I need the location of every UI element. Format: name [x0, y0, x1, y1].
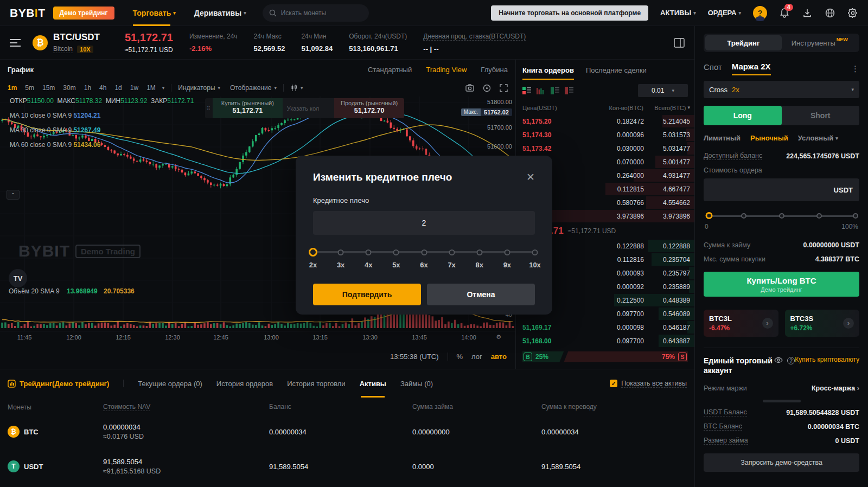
view-both-icon[interactable]	[522, 87, 531, 94]
timeframe-5m[interactable]: 5m	[25, 84, 34, 92]
nav-derivatives[interactable]: Деривативы▾	[194, 0, 246, 26]
mode-standard[interactable]: Стандартный	[368, 66, 412, 74]
ask-row[interactable]: 51,173.420.0300005.031477	[516, 142, 694, 155]
time-axis[interactable]: ⚙ 11:4512:0012:1512:3012:4513:0013:1513:…	[0, 331, 515, 344]
leverage-stop-9x[interactable]	[504, 249, 510, 255]
leverage-input[interactable]	[313, 211, 535, 235]
view-asks-icon[interactable]	[565, 87, 573, 94]
tab-recent-trades[interactable]: Последние сделки	[586, 66, 647, 80]
tab-trading[interactable]: Трейдинг	[705, 35, 782, 50]
tab-margin[interactable]: Маржа 2X	[732, 62, 771, 75]
scale-log[interactable]: лог	[471, 353, 482, 361]
mode-tradingview[interactable]: Trading View	[426, 66, 467, 74]
timeframe-1m[interactable]: 1m	[8, 84, 17, 92]
pairs-menu-icon[interactable]	[10, 39, 21, 47]
eye-icon[interactable]	[774, 357, 783, 363]
timeframe-30m[interactable]: 30m	[63, 84, 75, 92]
precision-dropdown[interactable]: 0.01▾	[638, 84, 688, 97]
timeframe-4h[interactable]: 4h	[99, 84, 106, 92]
scale-auto[interactable]: авто	[491, 353, 507, 361]
tab-orderbook[interactable]: Книга ордеров	[522, 66, 574, 80]
timeframe-1h[interactable]: 1h	[84, 84, 91, 92]
quick-buy-button[interactable]: Купить (рыночный)51,172.71	[213, 98, 283, 118]
token-card-BTC3L[interactable]: BTC3L-6.47% ›	[704, 310, 778, 337]
close-icon[interactable]: ✕	[526, 171, 535, 183]
token-card-BTC3S[interactable]: BTC3S+6.72% ›	[785, 310, 860, 337]
timeframe-1w[interactable]: 1w	[130, 84, 138, 92]
tab-spot[interactable]: Спот	[704, 62, 722, 75]
buy-crypto-link[interactable]: Купить криптовалюту	[795, 356, 859, 364]
candle-style-dropdown[interactable]: ▾	[290, 84, 303, 92]
bybit-logo[interactable]: BYBIT	[10, 7, 46, 20]
chart-collapse-button[interactable]: ⌃	[7, 190, 20, 200]
margin-mode-dropdown[interactable]: Cross2x ▾	[704, 81, 859, 98]
chevron-down-icon[interactable]: ▾	[162, 85, 165, 91]
notifications-button[interactable]: 4	[779, 8, 790, 18]
confirm-button[interactable]: Подтвердить	[313, 284, 421, 305]
kebab-icon[interactable]: ⋮	[851, 64, 859, 74]
bottom-tab-2[interactable]: История ордеров	[216, 369, 273, 398]
asset-row-USDT[interactable]: TUSDT 91,589.5054≈91,615.5168 USD 91,589…	[0, 449, 694, 484]
order-type-conditional[interactable]: Условный▾	[798, 134, 838, 142]
bid-row[interactable]: 51,169.170.0000980.546187	[516, 321, 694, 334]
bottom-tab-1[interactable]: Текущие ордера (0)	[138, 369, 202, 398]
order-type-limit[interactable]: Лимитный	[704, 134, 741, 142]
search-input[interactable]	[281, 9, 357, 17]
timeframe-1d[interactable]: 1d	[114, 84, 122, 92]
view-columns-icon[interactable]	[537, 87, 545, 94]
main-platform-button[interactable]: Начните торговать на основной платформе	[491, 5, 648, 21]
long-button[interactable]: Long	[704, 106, 782, 125]
view-bids-icon[interactable]	[551, 87, 559, 94]
bottom-tab-3[interactable]: История торговли	[287, 369, 345, 398]
mode-depth[interactable]: Глубина	[481, 66, 508, 74]
leverage-stop-2x[interactable]	[309, 248, 317, 257]
panel-resize-handle[interactable]	[763, 400, 801, 402]
cancel-button[interactable]: Отмена	[427, 284, 535, 305]
axis-settings-icon[interactable]: ⚙	[496, 334, 501, 341]
scale-percent[interactable]: %	[457, 353, 463, 361]
asset-row-BTC[interactable]: ₿BTC 0.00000034≈0.0176 USD 0.000000340.0…	[0, 414, 694, 449]
leverage-stop-10x[interactable]	[532, 249, 538, 255]
slider-stop[interactable]	[741, 213, 746, 219]
show-all-assets[interactable]: ✓ Показать все активы	[610, 380, 687, 388]
target-icon[interactable]	[483, 84, 491, 92]
col-total[interactable]: Всего(BTC)▾	[643, 105, 690, 111]
timeframe-15m[interactable]: 15m	[42, 84, 55, 92]
help-icon[interactable]: ?	[787, 357, 795, 364]
bid-row[interactable]: 51,168.000.0977000.643887	[516, 334, 694, 348]
short-button[interactable]: Short	[782, 106, 860, 125]
tab-tools[interactable]: ИнструментыNEW	[782, 35, 858, 50]
order-value-field[interactable]: USDT	[704, 178, 859, 201]
ask-row[interactable]: 51,175.200.1824725.214045	[516, 114, 694, 128]
pair-name[interactable]: BTC/USDT	[53, 32, 100, 43]
buy-long-button[interactable]: Купить/Long BTC Демо трейдинг	[704, 272, 859, 297]
leverage-slider[interactable]	[313, 248, 535, 257]
leverage-stop-5x[interactable]	[393, 249, 399, 255]
nav-orders[interactable]: ОРДЕРА▾	[708, 9, 741, 17]
leverage-stop-7x[interactable]	[449, 249, 455, 255]
tab-chart[interactable]: График	[8, 66, 34, 74]
nav-trade[interactable]: Торговать▾	[133, 0, 176, 26]
indicators-dropdown[interactable]: Индикаторы▾	[178, 84, 220, 92]
bottom-tab-5[interactable]: Займы (0)	[400, 369, 433, 398]
language-button[interactable]	[825, 8, 835, 18]
request-demo-funds-button[interactable]: Запросить демо-средства	[704, 453, 859, 472]
layout-columns-icon[interactable]	[674, 38, 685, 48]
checkbox-checked-icon[interactable]: ✓	[610, 380, 617, 387]
bottom-tab-0[interactable]: Трейдинг(Демо трейдинг)	[8, 369, 109, 398]
display-dropdown[interactable]: Отображение▾	[230, 84, 277, 92]
nav-assets[interactable]: АКТИВЫ▾	[660, 9, 696, 17]
amount-slider[interactable]	[706, 212, 857, 220]
drag-handle-icon[interactable]: ⠿	[205, 98, 213, 118]
bottom-tab-4[interactable]: Активы	[360, 369, 386, 398]
margin-mode-value[interactable]: Кросс-маржа ›	[812, 384, 859, 392]
camera-icon[interactable]	[465, 84, 474, 92]
leverage-stop-4x[interactable]	[366, 249, 372, 255]
ask-row[interactable]: 51,174.300.0000965.031573	[516, 128, 694, 142]
avatar[interactable]: ?	[753, 6, 767, 20]
quick-sell-button[interactable]: Продать (рыночный)51,172.70	[334, 98, 404, 118]
quick-qty-input[interactable]: Указать кол	[283, 98, 335, 118]
timeframe-1M[interactable]: 1M	[146, 84, 156, 92]
leverage-stop-3x[interactable]	[338, 249, 344, 255]
slider-stop[interactable]	[816, 213, 822, 219]
